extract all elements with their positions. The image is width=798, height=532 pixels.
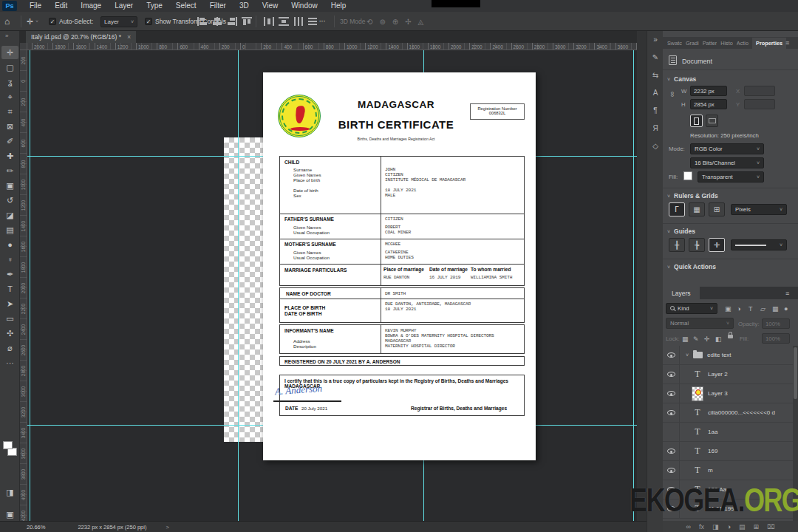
- menu-edit[interactable]: Edit: [48, 0, 74, 12]
- zoom-tool[interactable]: ⌀: [1, 341, 18, 355]
- layer-effects-icon[interactable]: fx: [699, 523, 704, 531]
- tab-swatc[interactable]: Swatc: [667, 40, 682, 47]
- shape-tool[interactable]: ▭: [1, 312, 18, 325]
- collapse-panels-icon[interactable]: »: [647, 35, 664, 44]
- object-selection-tool[interactable]: ⌖: [1, 90, 18, 103]
- menu-help[interactable]: Help: [324, 0, 353, 12]
- auto-select-checkbox[interactable]: ✓: [49, 12, 56, 31]
- distribute-spacing-icon[interactable]: [306, 12, 321, 31]
- edit-toolbar-icon[interactable]: ···: [1, 356, 18, 369]
- toggle-pixel-grid-button[interactable]: ⊞: [709, 202, 725, 216]
- distribute-horizontal-icon[interactable]: [262, 12, 276, 31]
- glyphs-panel-icon[interactable]: Я: [647, 124, 664, 132]
- tab-layers[interactable]: Layers: [663, 287, 700, 299]
- visibility-toggle[interactable]: [663, 442, 680, 460]
- guides-header[interactable]: ˅Guides: [667, 228, 695, 235]
- healing-brush-tool[interactable]: ✚: [1, 149, 18, 163]
- filter-adjustment-layers-icon[interactable]: ◑: [737, 303, 740, 314]
- filter-smart-objects-icon[interactable]: ▦: [772, 303, 779, 314]
- hand-tool[interactable]: ✣: [1, 327, 18, 340]
- align-center-horizontal-icon[interactable]: [210, 12, 225, 31]
- adjustment-layer-icon[interactable]: ◑: [727, 523, 731, 531]
- portrait-orientation-button[interactable]: [690, 115, 703, 127]
- layer-row[interactable]: T1aa: [663, 423, 793, 442]
- distribute-vertical-icon[interactable]: [276, 12, 291, 31]
- new-layer-icon[interactable]: ⊞: [753, 523, 759, 531]
- panel-divider[interactable]: [637, 31, 647, 532]
- toggle-guides-button[interactable]: ╂: [669, 238, 685, 252]
- tab-gradi[interactable]: Gradi: [686, 40, 699, 47]
- link-layers-icon[interactable]: ∞: [686, 523, 691, 531]
- link-dimensions-icon[interactable]: ∞: [669, 92, 677, 97]
- guide-vertical[interactable]: [30, 50, 30, 521]
- eraser-tool[interactable]: ◪: [1, 208, 18, 222]
- visibility-toggle[interactable]: [663, 346, 680, 364]
- blend-mode-dropdown[interactable]: Normal˅: [666, 318, 734, 329]
- clone-source-icon[interactable]: ⇆: [647, 71, 664, 79]
- visibility-toggle[interactable]: [663, 423, 680, 441]
- toggle-rulers-button[interactable]: Γ: [669, 202, 685, 216]
- menu-type[interactable]: Type: [140, 0, 169, 12]
- crop-tool[interactable]: ⌗: [1, 105, 18, 118]
- lock-transparency-icon[interactable]: ▦: [682, 333, 689, 344]
- layer-row[interactable]: Layer 3: [663, 384, 793, 403]
- filter-shape-layers-icon[interactable]: ▱: [760, 303, 765, 314]
- lock-artboard-icon[interactable]: ◧: [715, 333, 722, 344]
- landscape-orientation-button[interactable]: [706, 115, 718, 127]
- tab-patter[interactable]: Patter: [703, 40, 717, 47]
- foreground-color-swatch[interactable]: [3, 441, 13, 449]
- document-tab[interactable]: Italy id.psd @ 20.7% (RGB/16) * ×: [26, 31, 136, 43]
- guide-vertical[interactable]: [633, 50, 634, 521]
- menu-view[interactable]: View: [256, 0, 285, 12]
- width-field[interactable]: 2232 px: [690, 86, 727, 96]
- menu-select[interactable]: Select: [169, 0, 203, 12]
- align-right-icon[interactable]: [225, 12, 239, 31]
- lasso-tool[interactable]: ʓ: [1, 75, 18, 89]
- brush-settings-icon[interactable]: ✎: [647, 53, 664, 61]
- filter-pixel-layers-icon[interactable]: ▣: [725, 303, 732, 314]
- menu-window[interactable]: Window: [284, 0, 324, 12]
- path-selection-tool[interactable]: ➤: [1, 297, 18, 310]
- eyedropper-tool[interactable]: ✐: [1, 134, 18, 148]
- menu-file[interactable]: File: [23, 0, 48, 12]
- character-panel-icon[interactable]: A: [647, 89, 664, 97]
- panel-menu-icon[interactable]: ≡: [785, 39, 789, 47]
- close-tab-icon[interactable]: ×: [127, 33, 131, 41]
- tab-actio[interactable]: Actio: [737, 40, 748, 47]
- move-tool-preset-icon[interactable]: ✛˅: [27, 12, 38, 31]
- clone-stamp-tool[interactable]: ▣: [1, 179, 18, 192]
- menu-image[interactable]: Image: [74, 0, 108, 12]
- group-expand-icon[interactable]: ˅: [686, 352, 689, 358]
- visibility-toggle[interactable]: [663, 384, 680, 403]
- marquee-tool[interactable]: ▢: [1, 61, 18, 74]
- zoom-level-field[interactable]: 20.66%: [27, 524, 45, 531]
- guide-vertical[interactable]: [238, 50, 239, 521]
- document-canvas[interactable]: MADAGASCAR BIRTH CERTIFICATE Births, Dea…: [263, 72, 536, 460]
- layer-row[interactable]: ˅edite text: [663, 346, 793, 365]
- type-tool[interactable]: T: [1, 282, 18, 296]
- layer-row[interactable]: Tcilla000000...<<<<<<<0 d: [663, 403, 793, 423]
- menu-layer[interactable]: Layer: [108, 0, 140, 12]
- align-top-icon[interactable]: [239, 12, 254, 31]
- visibility-toggle[interactable]: [663, 403, 680, 422]
- more-options-icon[interactable]: ···: [319, 12, 326, 31]
- frame-tool[interactable]: ⊠: [1, 120, 18, 133]
- height-field[interactable]: 2854 px: [690, 99, 727, 109]
- gradient-tool[interactable]: ▤: [1, 223, 18, 236]
- rulers-grids-header[interactable]: ˅Rulers & Grids: [667, 192, 718, 200]
- pen-tool[interactable]: ✒: [1, 267, 18, 281]
- lock-all-icon[interactable]: [728, 335, 733, 338]
- layer-row[interactable]: T169: [663, 442, 793, 461]
- delete-layer-icon[interactable]: ⌧: [767, 523, 774, 531]
- new-group-icon[interactable]: ▤: [739, 523, 746, 531]
- libraries-panel-icon[interactable]: ◇: [647, 142, 664, 150]
- lock-guides-button[interactable]: ╊: [689, 238, 705, 252]
- filter-toggle-icon[interactable]: ●: [784, 303, 788, 314]
- blur-tool[interactable]: ●: [1, 238, 18, 251]
- status-chevron-icon[interactable]: >: [166, 524, 168, 531]
- tab-histo[interactable]: Histo: [720, 40, 733, 47]
- home-icon[interactable]: ⌂: [4, 12, 10, 31]
- history-brush-tool[interactable]: ↺: [1, 194, 18, 207]
- dodge-tool[interactable]: ♀: [1, 253, 18, 266]
- ruler-units-dropdown[interactable]: Pixels˅: [731, 204, 787, 215]
